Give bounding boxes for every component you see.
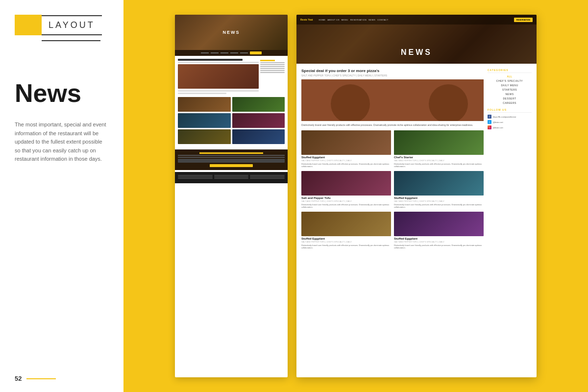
grid-card-meta-4: SALT AND PEPPER TOFU | CHEF'S SPECIALTY … <box>301 241 391 243</box>
article-grid: Stuffed Eggplant SALT AND PEPPER TOFU | … <box>301 130 484 250</box>
featured-article-meta: SALT AND PEPPER TOFU | CHEF'S SPECIALTY … <box>301 74 484 77</box>
follow-instagram[interactable]: i @bistro.net <box>488 125 532 129</box>
small-nav-dot <box>240 52 248 53</box>
page-number: 52 <box>15 375 22 382</box>
large-preview: Resto Yeat HOME ABOUT US MENU RESERVATIO… <box>296 15 537 377</box>
small-text-line <box>178 62 259 63</box>
sidebar-cat-chefs[interactable]: CHEF'S SPECIALTY <box>488 79 532 82</box>
small-footer-line <box>214 178 249 179</box>
follow-heading: FOLLOW US <box>488 108 532 113</box>
small-footer-row <box>178 175 285 179</box>
small-nav-button <box>250 51 262 54</box>
follow-facebook[interactable]: f https://fb.com/pastetherest <box>488 115 532 119</box>
small-grid-item <box>232 113 285 128</box>
instagram-icon: i <box>488 125 491 129</box>
small-nl-text <box>178 157 285 158</box>
grid-card-5: Stuffed Eggplant SALT AND PEPPER TOFU | … <box>394 212 484 249</box>
small-nl-text <box>178 155 285 156</box>
small-text-line <box>178 93 226 94</box>
small-footer-col <box>250 175 285 179</box>
large-body: Special deal if you order 3 or more pizz… <box>296 64 537 377</box>
small-featured-img <box>178 64 259 89</box>
small-footer-line <box>250 176 285 177</box>
sidebar-cat-daily[interactable]: DAILY MENU <box>488 84 532 87</box>
large-page-title: NEWS <box>401 48 432 57</box>
page-description: The most important, special and event in… <box>0 116 123 173</box>
grid-card-2: Salt and Pepper Tofu SALT AND PEPPER TOF… <box>301 171 391 209</box>
sidebar-cat-news[interactable]: NEWS <box>488 93 532 96</box>
large-logo: Resto Yeat <box>300 18 313 21</box>
small-preview: NEWS <box>175 15 288 377</box>
small-cat-item <box>260 66 285 67</box>
small-footer-col <box>178 175 213 179</box>
grid-card-meta-1: SALT AND PEPPER TOFU | CHEF'S SPECIALTY … <box>394 159 484 162</box>
large-header-nav: Resto Yeat HOME ABOUT US MENU RESERVATIO… <box>296 15 537 24</box>
grid-card-desc-2: Distinctively brand user friendly produc… <box>301 203 391 209</box>
grid-card-meta-2: SALT AND PEPPER TOFU | CHEF'S SPECIALTY … <box>301 200 391 202</box>
grid-card-title-2: Salt and Pepper Tofu <box>301 196 391 199</box>
small-cat-item <box>260 62 285 63</box>
grid-card-title-3: Stuffed Eggplant <box>394 196 484 199</box>
large-nav-about: ABOUT US <box>327 19 339 21</box>
grid-card-img-5 <box>394 212 484 236</box>
sidebar-cat-starters[interactable]: STARTERS <box>488 88 532 91</box>
large-nav-contact: CONTACT <box>377 19 389 21</box>
grid-card-meta-0: SALT AND PEPPER TOFU | CHEF'S SPECIALTY … <box>301 159 391 162</box>
large-nav-home: HOME <box>318 19 325 21</box>
grid-card-1: Chef's Starter SALT AND PEPPER TOFU | CH… <box>394 130 484 168</box>
small-header: NEWS <box>175 15 288 50</box>
grid-card-0: Stuffed Eggplant SALT AND PEPPER TOFU | … <box>301 130 391 168</box>
twitter-icon: t <box>488 120 491 124</box>
large-main: Special deal if you order 3 or more pizz… <box>301 69 484 372</box>
large-nav-reservation: RESERVATION <box>350 19 367 21</box>
grid-card-meta-5: SALT AND PEPPER TOFU | CHEF'S SPECIALTY … <box>394 241 484 243</box>
sidebar-cat-dessert[interactable]: DESSERT <box>488 97 532 100</box>
small-content <box>175 56 288 147</box>
small-footer-line <box>214 175 249 176</box>
small-nav-dot <box>230 52 238 53</box>
small-nl-input <box>178 159 285 163</box>
small-title-line <box>178 59 243 61</box>
right-panel: NEWS <box>123 0 588 392</box>
grid-card-title-4: Stuffed Eggplant <box>301 237 391 240</box>
small-nav <box>175 50 288 56</box>
grid-card-desc-5: Distinctively brand user friendly produc… <box>394 244 484 249</box>
small-grid-item <box>232 129 285 144</box>
grid-card-desc-3: Distinctively brand user friendly produc… <box>394 203 484 209</box>
large-nav-news: NEWS <box>368 19 375 21</box>
sidebar-cat-careers[interactable]: CAREERS <box>488 101 532 104</box>
grid-card-desc-0: Distinctively brand user friendly produc… <box>301 163 391 168</box>
large-sidebar: CATEGORIES All CHEF'S SPECIALTY DAILY ME… <box>488 69 532 372</box>
grid-card-meta-3: SALT AND PEPPER TOFU | CHEF'S SPECIALTY … <box>394 200 484 202</box>
grid-card-title-0: Stuffed Eggplant <box>301 156 391 159</box>
small-cat-item <box>260 72 285 73</box>
small-grid-item <box>178 97 231 112</box>
grid-card-desc-1: Distinctively brand user friendly produc… <box>394 163 484 168</box>
small-nav-dot <box>220 52 228 53</box>
small-footer-line <box>250 175 285 176</box>
small-grid-item <box>232 97 285 112</box>
featured-article-desc: Distinctively brand user friendly produc… <box>301 123 484 127</box>
follow-section: FOLLOW US f https://fb.com/pastetherest … <box>488 108 532 129</box>
small-cat-item <box>260 64 285 65</box>
grid-card-img-2 <box>301 171 391 196</box>
categories-section: CATEGORIES All CHEF'S SPECIALTY DAILY ME… <box>488 69 532 104</box>
small-grid <box>178 97 285 144</box>
small-news-label: NEWS <box>223 30 240 35</box>
small-grid-item <box>178 129 231 144</box>
page-title: News <box>0 41 123 116</box>
page-number-area: 52 <box>15 375 56 382</box>
featured-image-inner <box>301 79 484 121</box>
large-nav-menu: MENU <box>342 19 348 21</box>
follow-twitter[interactable]: t @bistro.net <box>488 120 532 124</box>
sidebar-cat-all[interactable]: All <box>488 75 532 78</box>
layout-title-box: LAYOUT <box>42 15 102 35</box>
small-footer-line <box>250 178 285 179</box>
small-footer-line <box>178 175 213 176</box>
categories-heading: CATEGORIES <box>488 69 532 73</box>
large-reservation-btn[interactable]: RESERVATION <box>514 18 533 22</box>
grid-card-title-5: Stuffed Eggplant <box>394 237 484 240</box>
featured-article-title: Special deal if you order 3 or more pizz… <box>301 69 484 73</box>
layout-title: LAYOUT <box>49 20 95 30</box>
small-nav-dot <box>211 52 219 53</box>
